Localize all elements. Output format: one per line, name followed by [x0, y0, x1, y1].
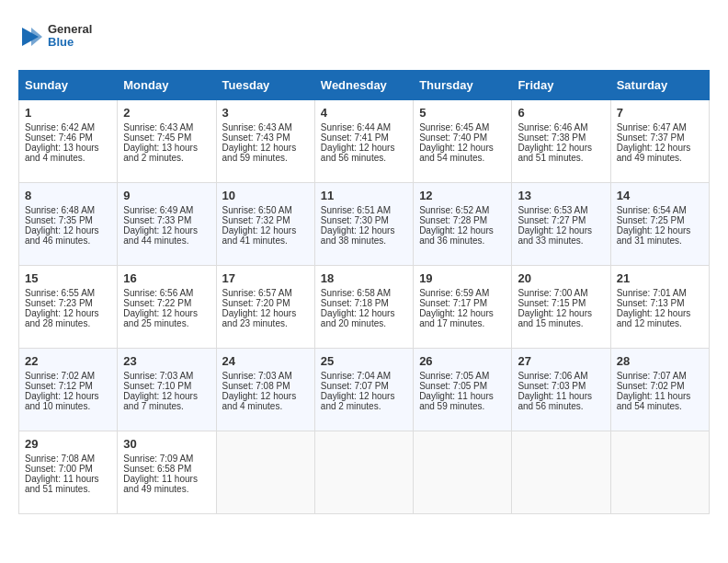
cell-info-line: and 28 minutes.: [25, 318, 111, 328]
cell-info-line: and 46 minutes.: [25, 236, 111, 246]
cell-info-line: Daylight: 12 hours: [419, 143, 506, 153]
cell-info-line: Daylight: 12 hours: [222, 143, 309, 153]
day-number: 28: [617, 354, 703, 368]
cell-info-line: Sunrise: 7:05 AM: [419, 371, 506, 381]
cell-info-line: and 49 minutes.: [123, 484, 210, 494]
cell-info-line: Sunrise: 6:44 AM: [321, 122, 407, 132]
cell-info-line: and 59 minutes.: [419, 401, 506, 411]
calendar-cell: [216, 431, 314, 514]
day-number: 26: [419, 354, 506, 368]
cell-info-line: Sunset: 7:30 PM: [321, 215, 407, 225]
cell-info-line: Daylight: 12 hours: [25, 308, 111, 318]
header-row: Sunday Monday Tuesday Wednesday Thursday…: [19, 71, 710, 100]
cell-info-line: Sunset: 7:35 PM: [25, 215, 111, 225]
cell-info-line: Sunrise: 6:58 AM: [321, 288, 407, 298]
svg-marker-4: [31, 28, 42, 46]
calendar-cell: 17Sunrise: 6:57 AMSunset: 7:20 PMDayligh…: [216, 266, 314, 349]
day-number: 9: [123, 189, 210, 202]
cell-info-line: Sunrise: 6:50 AM: [222, 205, 309, 215]
cell-info-line: Daylight: 12 hours: [25, 391, 111, 401]
cell-info-line: Sunset: 7:07 PM: [321, 381, 407, 391]
calendar-cell: [610, 431, 709, 514]
cell-info-line: Sunset: 7:28 PM: [419, 215, 506, 225]
calendar-cell: [314, 431, 413, 514]
cell-info-line: and 54 minutes.: [419, 153, 506, 163]
cell-info-line: Daylight: 11 hours: [25, 474, 111, 484]
cell-info-line: Sunrise: 6:53 AM: [518, 205, 604, 215]
cell-info-line: Daylight: 13 hours: [25, 143, 111, 153]
day-number: 29: [25, 437, 111, 451]
calendar-cell: 4Sunrise: 6:44 AMSunset: 7:41 PMDaylight…: [314, 100, 413, 183]
col-saturday: Saturday: [610, 71, 709, 100]
day-number: 12: [419, 189, 506, 202]
cell-info-line: Sunset: 7:15 PM: [518, 298, 604, 308]
calendar-week-row: 15Sunrise: 6:55 AMSunset: 7:23 PMDayligh…: [19, 266, 710, 349]
cell-info-line: and 59 minutes.: [222, 153, 309, 163]
day-number: 27: [518, 354, 604, 368]
cell-info-line: and 56 minutes.: [321, 153, 407, 163]
cell-info-line: Daylight: 11 hours: [123, 474, 210, 484]
day-number: 17: [222, 271, 309, 285]
calendar-cell: 5Sunrise: 6:45 AMSunset: 7:40 PMDaylight…: [414, 100, 512, 183]
calendar-cell: [512, 431, 610, 514]
cell-info-line: and 38 minutes.: [321, 236, 407, 246]
day-number: 1: [25, 106, 111, 120]
cell-info-line: and 12 minutes.: [617, 318, 703, 328]
cell-info-line: Sunrise: 7:01 AM: [617, 288, 703, 298]
cell-info-line: and 10 minutes.: [25, 401, 111, 411]
cell-info-line: Sunrise: 7:07 AM: [617, 371, 703, 381]
col-sunday: Sunday: [19, 71, 118, 100]
cell-info-line: and 51 minutes.: [518, 153, 604, 163]
cell-info-line: Sunrise: 6:48 AM: [25, 205, 111, 215]
day-number: 21: [617, 271, 703, 285]
calendar-cell: 24Sunrise: 7:03 AMSunset: 7:08 PMDayligh…: [216, 349, 314, 431]
cell-info-line: Daylight: 12 hours: [617, 225, 703, 236]
day-number: 15: [25, 271, 111, 285]
cell-info-line: Sunrise: 6:49 AM: [123, 205, 210, 215]
day-number: 23: [123, 354, 210, 368]
day-number: 18: [321, 271, 407, 285]
cell-info-line: Sunrise: 7:03 AM: [123, 371, 210, 381]
col-tuesday: Tuesday: [216, 71, 314, 100]
cell-info-line: Sunrise: 6:57 AM: [222, 288, 309, 298]
cell-info-line: Sunset: 7:02 PM: [617, 381, 703, 391]
cell-info-line: Sunrise: 7:02 AM: [25, 371, 111, 381]
cell-info-line: Sunrise: 6:46 AM: [518, 122, 604, 132]
cell-info-line: Sunrise: 7:09 AM: [123, 454, 210, 464]
day-number: 8: [25, 189, 111, 202]
cell-info-line: and 4 minutes.: [25, 153, 111, 163]
calendar-cell: 2Sunrise: 6:43 AMSunset: 7:45 PMDaylight…: [118, 100, 216, 183]
cell-info-line: and 54 minutes.: [617, 401, 703, 411]
cell-info-line: and 51 minutes.: [25, 484, 111, 494]
day-number: 7: [617, 106, 703, 120]
day-number: 6: [518, 106, 604, 120]
col-monday: Monday: [118, 71, 216, 100]
cell-info-line: Daylight: 12 hours: [222, 225, 309, 236]
page-header: General Blue: [18, 18, 710, 55]
cell-info-line: Daylight: 12 hours: [321, 143, 407, 153]
cell-info-line: Daylight: 11 hours: [419, 391, 506, 401]
calendar-cell: 14Sunrise: 6:54 AMSunset: 7:25 PMDayligh…: [610, 183, 709, 266]
calendar-table: Sunday Monday Tuesday Wednesday Thursday…: [18, 70, 710, 514]
cell-info-line: Sunrise: 6:47 AM: [617, 122, 703, 132]
logo-svg: General Blue: [18, 18, 101, 55]
cell-info-line: Sunset: 7:10 PM: [123, 381, 210, 391]
cell-info-line: Sunrise: 6:52 AM: [419, 205, 506, 215]
cell-info-line: Sunset: 7:45 PM: [123, 132, 210, 143]
day-number: 19: [419, 271, 506, 285]
cell-info-line: and 36 minutes.: [419, 236, 506, 246]
cell-info-line: Sunrise: 6:43 AM: [123, 122, 210, 132]
cell-info-line: and 44 minutes.: [123, 236, 210, 246]
cell-info-line: Sunset: 7:13 PM: [617, 298, 703, 308]
calendar-week-row: 8Sunrise: 6:48 AMSunset: 7:35 PMDaylight…: [19, 183, 710, 266]
cell-info-line: Sunset: 7:37 PM: [617, 132, 703, 143]
cell-info-line: and 23 minutes.: [222, 318, 309, 328]
cell-info-line: Sunrise: 6:45 AM: [419, 122, 506, 132]
cell-info-line: Sunset: 7:03 PM: [518, 381, 604, 391]
calendar-cell: 1Sunrise: 6:42 AMSunset: 7:46 PMDaylight…: [19, 100, 118, 183]
day-number: 22: [25, 354, 111, 368]
day-number: 11: [321, 189, 407, 202]
calendar-cell: 23Sunrise: 7:03 AMSunset: 7:10 PMDayligh…: [118, 349, 216, 431]
calendar-cell: 3Sunrise: 6:43 AMSunset: 7:43 PMDaylight…: [216, 100, 314, 183]
cell-info-line: Sunset: 7:17 PM: [419, 298, 506, 308]
